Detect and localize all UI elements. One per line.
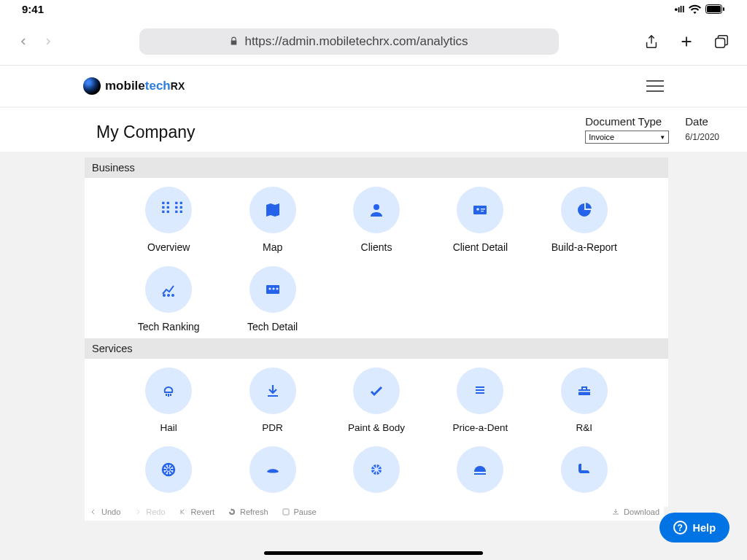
svg-rect-8 <box>481 211 484 211</box>
tile-wheel[interactable] <box>121 446 216 501</box>
business-tiles: ⠿⠿ Overview Map Clients Client Detail <box>121 187 632 332</box>
page-header-row: My Company Document Type Invoice Date 6/… <box>0 108 747 152</box>
tile-r-and-i[interactable]: R&I <box>537 368 632 433</box>
wheel-icon <box>160 461 177 478</box>
share-icon[interactable] <box>643 34 659 50</box>
refresh-button[interactable]: Refresh <box>228 508 268 516</box>
download-icon <box>264 382 282 400</box>
undo-button[interactable]: Undo <box>89 508 120 516</box>
svg-rect-18 <box>476 392 484 394</box>
tile-clients[interactable]: Clients <box>329 187 424 253</box>
svg-rect-1 <box>707 6 721 12</box>
ranking-icon <box>160 281 177 298</box>
tile-price-a-dent[interactable]: Price-a-Dent <box>433 368 527 433</box>
content-area: My Company Document Type Invoice Date 6/… <box>0 106 747 560</box>
forward-button[interactable] <box>42 36 54 47</box>
tile-ball[interactable] <box>329 446 424 501</box>
svg-rect-2 <box>723 7 724 11</box>
person-icon <box>368 201 385 219</box>
pause-button[interactable]: Pause <box>282 508 317 516</box>
battery-icon <box>705 4 725 14</box>
svg-point-11 <box>171 294 174 297</box>
dome-icon <box>471 461 489 478</box>
tabs-icon[interactable] <box>713 34 729 50</box>
svg-rect-25 <box>283 509 289 515</box>
lock-icon <box>229 36 239 46</box>
svg-rect-24 <box>474 473 486 475</box>
download-button[interactable]: Download <box>611 508 659 516</box>
svg-rect-23 <box>474 472 486 473</box>
url-text: https://admin.mobiletechrx.com/analytics <box>244 34 468 49</box>
address-bar[interactable]: https://admin.mobiletechrx.com/analytics <box>139 28 559 55</box>
document-type-select[interactable]: Invoice <box>585 131 669 144</box>
tile-tech-detail[interactable]: Tech Detail <box>225 266 320 332</box>
logo-mark-icon <box>83 77 101 95</box>
services-tiles: Hail PDR Paint & Body Price-a-Dent R&I <box>121 368 632 501</box>
windshield-icon <box>264 461 282 478</box>
revert-button[interactable]: Revert <box>179 508 214 516</box>
browser-toolbar: https://admin.mobiletechrx.com/analytics <box>0 18 747 66</box>
app-header: mobiletechRX <box>0 66 747 106</box>
segmented-circle-icon <box>368 461 385 478</box>
pie-chart-icon <box>576 201 593 219</box>
document-type-label: Document Type <box>585 115 669 128</box>
svg-point-15 <box>276 287 278 289</box>
tile-paint-body[interactable]: Paint & Body <box>329 368 424 433</box>
tile-build-a-report[interactable]: Build-a-Report <box>537 187 632 253</box>
tile-windshield[interactable] <box>225 446 320 501</box>
seat-icon <box>576 461 593 478</box>
date-label: Date <box>685 115 719 128</box>
help-icon: ? <box>673 521 687 534</box>
help-button[interactable]: ? Help <box>659 513 729 542</box>
svg-point-21 <box>167 468 170 471</box>
menu-button[interactable] <box>646 77 664 96</box>
tile-hail[interactable]: Hail <box>121 368 216 433</box>
new-tab-icon[interactable] <box>678 34 694 50</box>
svg-rect-16 <box>476 386 484 388</box>
svg-point-10 <box>167 294 170 297</box>
id-card-icon <box>471 201 489 219</box>
svg-point-14 <box>272 287 274 289</box>
tile-overview[interactable]: ⠿⠿ Overview <box>121 187 216 253</box>
date-value: 6/1/2020 <box>685 132 719 142</box>
clock: 9:41 <box>22 3 44 15</box>
hail-icon <box>160 382 177 400</box>
viz-toolbar: Undo Redo Revert Refresh Pause Download <box>85 503 664 521</box>
grid-icon: ⠿⠿ <box>160 201 177 219</box>
svg-point-9 <box>163 294 166 297</box>
svg-point-13 <box>268 287 271 289</box>
cellular-icon: •ıll <box>675 4 684 15</box>
svg-rect-19 <box>578 391 590 392</box>
brand-logo[interactable]: mobiletechRX <box>83 77 185 95</box>
svg-rect-3 <box>716 38 725 47</box>
company-title: My Company <box>96 122 195 142</box>
tile-map[interactable]: Map <box>225 187 320 253</box>
section-header-business: Business <box>85 158 668 178</box>
check-icon <box>368 382 385 400</box>
home-indicator <box>264 551 483 555</box>
svg-point-4 <box>374 204 379 210</box>
tile-client-detail[interactable]: Client Detail <box>433 187 527 253</box>
tile-dome[interactable] <box>433 446 527 501</box>
tile-seat[interactable] <box>537 446 632 501</box>
device-status-bar: 9:41 •ıll <box>0 0 747 18</box>
map-icon <box>264 201 282 219</box>
toolbox-icon <box>576 382 593 400</box>
svg-rect-5 <box>473 206 487 214</box>
people-detail-icon <box>264 281 282 298</box>
svg-point-6 <box>477 208 480 211</box>
svg-rect-17 <box>476 389 484 391</box>
list-icon <box>471 382 489 400</box>
svg-rect-7 <box>481 209 485 209</box>
section-header-services: Services <box>85 338 668 359</box>
back-button[interactable] <box>18 36 29 47</box>
redo-button[interactable]: Redo <box>133 508 165 516</box>
tile-tech-ranking[interactable]: Tech Ranking <box>121 266 216 332</box>
tile-pdr[interactable]: PDR <box>225 368 320 433</box>
wifi-icon <box>689 4 701 14</box>
